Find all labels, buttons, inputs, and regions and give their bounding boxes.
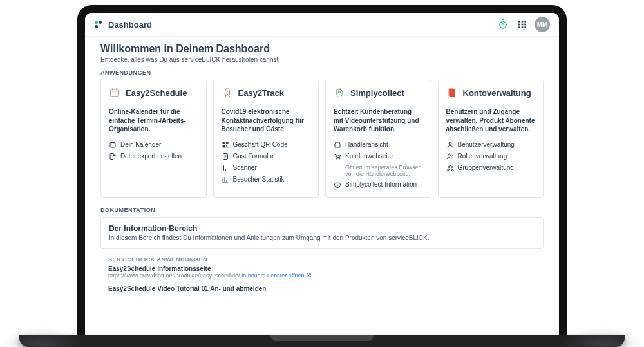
export-icon [109, 153, 117, 160]
svg-rect-17 [227, 147, 229, 148]
logo-icon [94, 20, 103, 29]
svg-rect-11 [110, 142, 115, 147]
link-dein-kalender[interactable]: Dein Kalender [109, 139, 198, 151]
card-title: Easy2Track [238, 88, 285, 98]
svg-point-27 [451, 155, 453, 156]
apps-grid-icon[interactable] [515, 17, 529, 32]
cart-icon [334, 153, 341, 160]
store-icon [334, 141, 341, 149]
svg-rect-14 [226, 142, 229, 144]
link-gruppen[interactable]: Gruppenverwaltung [446, 162, 536, 174]
svg-rect-15 [222, 145, 225, 148]
svg-rect-8 [522, 26, 524, 28]
book-icon [446, 87, 458, 98]
topbar: Dashboard MM [85, 13, 559, 37]
svg-rect-3 [524, 21, 526, 23]
svg-point-23 [339, 158, 340, 159]
hand-icon [334, 87, 345, 98]
doc-list: SERVICEBLICK ANWENDUNGEN Easy2Schedule I… [100, 256, 544, 292]
svg-point-21 [339, 88, 341, 90]
card-desc: Online-Kalender für die einfache Termin-… [109, 108, 198, 134]
card-konto: Kontoverwaltung Benutzern und Zugange ve… [438, 80, 544, 198]
mobile-icon [222, 164, 229, 172]
card-easy2track: Easy2Track Covid19 elektronische Kontakt… [213, 80, 319, 198]
card-title: Easy2Schedule [126, 88, 187, 98]
card-simplycollect: Simplycollect Echtzeit Kundenberatung mi… [325, 80, 431, 198]
section-docs-label: DOKUMENTATION [100, 207, 544, 213]
svg-rect-7 [518, 26, 520, 28]
info-icon [334, 181, 341, 189]
chart-icon [222, 176, 229, 183]
svg-rect-1 [518, 21, 520, 23]
link-scanner[interactable]: Scanner [222, 162, 311, 174]
link-benutzer[interactable]: Benutzerverwaltung [446, 139, 536, 151]
doc-title: Der Information-Bereich [109, 224, 535, 233]
welcome-subtitle: Entdecke, alles was Du aus serviceBLICK … [100, 56, 544, 63]
svg-point-12 [226, 91, 227, 92]
link-datenexport[interactable]: Datenexport erstellen [109, 151, 198, 162]
doc-item-title: Easy2Schedule Informationsseite [108, 265, 536, 272]
calendar-small-icon [109, 141, 117, 149]
doc-item-url-row: https://www.crowdsoft.net/produkte/easy2… [108, 272, 536, 279]
svg-rect-16 [226, 145, 227, 147]
svg-point-25 [449, 142, 451, 145]
link-formular[interactable]: Gast Formular [222, 151, 311, 162]
laptop-notch [270, 335, 374, 341]
avatar[interactable]: MM [535, 17, 550, 32]
card-title: Kontoverwaltung [463, 88, 531, 98]
svg-point-26 [448, 154, 450, 156]
timer-icon[interactable] [496, 17, 510, 32]
svg-rect-5 [522, 24, 524, 26]
svg-rect-13 [222, 142, 225, 144]
app-cards: Easy2Schedule Online-Kalender für die ei… [100, 80, 544, 198]
svg-rect-6 [524, 24, 526, 26]
doc-info-panel: Der Information-Bereich In diesem Bereic… [100, 217, 544, 249]
svg-rect-2 [522, 21, 524, 23]
user-icon [446, 141, 454, 149]
card-desc: Benutzern und Zugange verwalten, Produkt… [446, 108, 536, 134]
card-easy2schedule: Easy2Schedule Online-Kalender für die ei… [100, 80, 207, 198]
svg-point-30 [449, 165, 451, 167]
open-new-window-link[interactable]: in neuem Fenster öffnen [242, 272, 312, 279]
link-info[interactable]: Simplycollect Information [334, 179, 423, 191]
doc-section-label: SERVICEBLICK ANWENDUNGEN [108, 256, 536, 263]
users-icon [446, 153, 454, 160]
card-title: Simplycollect [350, 88, 404, 98]
link-rollen[interactable]: Rollenverwaltung [446, 151, 536, 162]
svg-rect-4 [518, 24, 520, 26]
card-desc: Echtzeit Kundenberatung mit Videounterst… [334, 108, 423, 134]
group-icon [446, 164, 454, 172]
link-haendler[interactable]: Händleransicht [334, 139, 423, 151]
section-apps-label: ANWENDUNGEN [100, 70, 544, 76]
link-kundenweb[interactable]: Kundenwebseite [334, 151, 423, 162]
doc-item-title: Easy2Schedule Video Tutorial 01 An- und … [108, 285, 536, 292]
link-note: Offnen im seperates Browser von die Händ… [334, 162, 423, 179]
calendar-icon [109, 87, 120, 98]
link-statistik[interactable]: Besucher Statistik [222, 174, 311, 185]
svg-rect-10 [111, 89, 118, 97]
link-qrcode[interactable]: Geschäft QR-Code [222, 139, 311, 151]
rocket-icon [222, 87, 233, 98]
welcome-title: Willkommen in Deinem Dashboard [100, 43, 544, 55]
svg-point-20 [225, 169, 225, 170]
svg-point-22 [336, 158, 337, 159]
svg-rect-9 [524, 26, 526, 28]
doc-subtitle: In diesem Bereich findest Du Information… [109, 234, 535, 241]
page-title: Dashboard [108, 20, 152, 30]
document-icon [222, 153, 229, 160]
card-desc: Covid19 elektronische Kontaktnachverfolg… [222, 108, 311, 134]
qrcode-icon [222, 141, 229, 149]
